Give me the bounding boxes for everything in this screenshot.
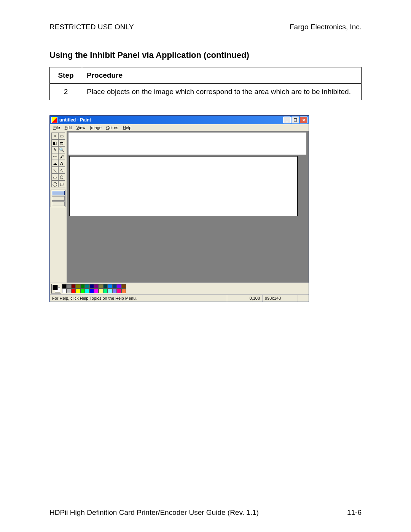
color-swatch[interactable] (103, 284, 108, 289)
color-box (50, 283, 309, 294)
tool-text[interactable]: A (58, 160, 65, 167)
procedure-table: Step Procedure 2 Place objects on the im… (49, 67, 362, 100)
color-swatch[interactable] (112, 284, 117, 289)
menu-file[interactable]: File (51, 125, 62, 130)
th-step: Step (50, 67, 82, 84)
color-swatch[interactable] (71, 289, 76, 293)
tool-curve[interactable]: ∿ (58, 167, 65, 174)
menu-view[interactable]: View (75, 125, 88, 130)
color-swatch[interactable] (121, 289, 126, 293)
menu-image[interactable]: Image (88, 125, 104, 130)
tool-picker[interactable]: ✎ (51, 146, 58, 153)
color-swatch[interactable] (94, 284, 99, 289)
color-swatch[interactable] (85, 284, 89, 289)
status-dim: 998x148 (263, 295, 298, 302)
menu-edit[interactable]: Edit (63, 125, 74, 130)
tool-polygon[interactable]: ⬠ (58, 174, 65, 181)
tool-magnifier[interactable]: 🔍 (58, 146, 65, 153)
paint-window: untitled - Paint _ ❐ ✕ File Edit View Im… (49, 115, 309, 302)
color-swatch[interactable] (99, 284, 103, 289)
titlebar[interactable]: untitled - Paint _ ❐ ✕ (50, 116, 309, 124)
tool-brush[interactable]: 🖌 (58, 153, 65, 160)
toolbox: ✧ ▭ ◧ ◓ ✎ 🔍 ✏ 🖌 ☁ A ＼ ∿ ▭ ⬠ ◯ ▢ (50, 131, 67, 283)
window-title: untitled - Paint (59, 117, 91, 123)
color-swatch[interactable] (80, 284, 85, 289)
color-swatch[interactable] (67, 289, 71, 293)
option-3[interactable] (52, 201, 65, 206)
header-restricted: RESTRICTED USE ONLY (49, 23, 134, 31)
tool-rounded-rect[interactable]: ▢ (58, 181, 65, 187)
color-swatch[interactable] (71, 284, 76, 289)
color-swatch[interactable] (67, 284, 71, 289)
color-swatch[interactable] (89, 289, 94, 293)
status-help: For Help, click Help Topics on the Help … (50, 295, 227, 302)
color-swatch[interactable] (108, 284, 112, 289)
canvas-area[interactable] (67, 131, 309, 283)
section-title: Using the Inhibit Panel via Application … (49, 50, 362, 60)
td-step-text: Place objects on the image which corresp… (82, 84, 362, 100)
statusbar: For Help, click Help Topics on the Help … (50, 294, 309, 302)
color-swatch[interactable] (76, 289, 80, 293)
header-company: Fargo Electronics, Inc. (290, 23, 362, 31)
color-swatch[interactable] (103, 289, 108, 293)
color-swatch[interactable] (99, 289, 103, 293)
canvas-background (68, 133, 306, 155)
color-swatch[interactable] (80, 289, 85, 293)
color-swatch[interactable] (62, 284, 67, 289)
option-1[interactable] (52, 191, 65, 195)
color-swatch[interactable] (89, 284, 94, 289)
tool-freeform-select[interactable]: ✧ (51, 133, 58, 139)
color-swatch[interactable] (117, 289, 121, 293)
menu-help[interactable]: Help (121, 125, 134, 130)
drawn-rectangle (69, 156, 298, 216)
tool-rectangle[interactable]: ▭ (51, 174, 58, 181)
footer-page: 11-6 (347, 508, 362, 517)
color-swatch[interactable] (112, 289, 117, 293)
tool-pencil[interactable]: ✏ (51, 153, 58, 160)
option-2[interactable] (52, 196, 65, 201)
color-swatch[interactable] (117, 284, 121, 289)
tool-option-box (51, 190, 66, 207)
color-swatch[interactable] (108, 289, 112, 293)
fg-color (53, 285, 58, 290)
td-step-num: 2 (50, 84, 82, 100)
tool-airbrush[interactable]: ☁ (51, 160, 58, 167)
close-button[interactable]: ✕ (300, 117, 307, 123)
color-swatch[interactable] (94, 289, 99, 293)
tool-fill[interactable]: ◓ (58, 139, 65, 146)
menubar: File Edit View Image Colors Help (50, 124, 309, 131)
minimize-button[interactable]: _ (283, 117, 291, 123)
fg-bg-selector[interactable] (51, 284, 61, 294)
color-palette (62, 284, 126, 293)
menu-colors[interactable]: Colors (104, 125, 120, 130)
th-procedure: Procedure (82, 67, 362, 84)
color-swatch[interactable] (85, 289, 89, 293)
tool-select[interactable]: ▭ (58, 133, 65, 139)
tool-ellipse[interactable]: ◯ (51, 181, 58, 187)
color-swatch[interactable] (62, 289, 67, 293)
tool-eraser[interactable]: ◧ (51, 139, 58, 146)
tool-line[interactable]: ＼ (51, 167, 58, 174)
resize-grip[interactable] (298, 295, 309, 302)
status-coord: 0,108 (227, 295, 263, 302)
color-swatch[interactable] (76, 284, 80, 289)
footer-guide: HDPii High Definition Card Printer/Encod… (49, 508, 259, 517)
app-icon (51, 117, 57, 123)
maximize-button[interactable]: ❐ (292, 117, 299, 123)
color-swatch[interactable] (121, 284, 126, 289)
